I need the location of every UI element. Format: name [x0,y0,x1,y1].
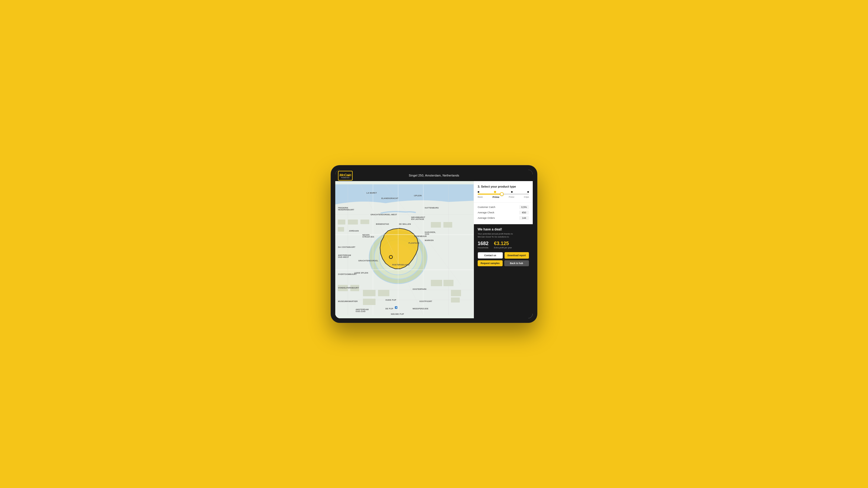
deal-description: Your potential annual profit thanks to M… [478,232,529,238]
map-label-amsterdam-oud-zuid: AMSTERDAMOUD-ZUID [355,308,369,312]
svg-text:M: M [396,306,397,308]
map-label-overtoombuurt: OVERTOOMBUURT [338,273,357,275]
svg-rect-28 [451,290,461,296]
svg-rect-24 [431,222,441,227]
svg-rect-31 [363,299,375,305]
map-label-nieuwmarkt: NIEUWMARKTEN LASTAGE [411,216,425,220]
svg-rect-19 [348,220,358,225]
metric-value-average-orders: 144 [519,216,529,220]
map-label-plantage: PLANTAGE [408,242,420,244]
map-label-vondelparkbuurt: VONDELPARKBUURT [338,287,359,289]
svg-rect-18 [338,220,345,225]
right-panel: 3. Select your product type [474,181,533,318]
deal-households-value: 1682 [478,241,489,246]
svg-rect-21 [338,227,344,232]
header-address: Singel 250, Amsterdam, Netherlands [409,174,459,177]
map-label-da-costabuurt: DA COSTABUURT [338,246,355,248]
slider-labels: Basic Prime Freez Crips [478,196,529,198]
map-label-oosterpark: OOSTERPARK [412,288,427,290]
map-label-grachtengordel-west: GRACHTENGORDEL-WEST [371,214,397,216]
metric-row-customer-catch: Customer Catch 0,5% [478,205,529,209]
map-label-oostpoort: OOSTPOORT [420,300,432,302]
slider-label-freez[interactable]: Freez [509,196,514,198]
map-label-binnenstad: BINNENSTAD [376,223,389,225]
map-label-de-wallen: DE WALLEN [399,223,411,225]
deal-section: We have a deal! Your potential annual pr… [474,224,533,318]
map-label-amsterdam-oud-west: AMSTERDAMOUD-WEST [338,254,351,258]
svg-rect-27 [443,280,454,286]
metric-label-average-check: Average Check [478,211,494,214]
buttons-row-1: Contact us Download report [478,252,529,259]
deal-profit-value: €3.125 [494,241,512,246]
metric-row-average-orders: Average Orders 144 [478,216,529,220]
map-label-museumkwartier: MUSEUMKWARTIER [338,300,358,302]
slider-dot-crips[interactable] [527,191,529,193]
metric-value-average-check: €50 [519,210,529,215]
svg-rect-25 [443,222,452,227]
deal-households-label: Households [478,247,489,249]
header-bar: ✦ McCain Foodservice Singel 250, Amsterd… [335,170,533,181]
slider-dot-freez[interactable] [511,191,513,193]
product-selector-title: 3. Select your product type [478,185,529,188]
slider-dot-prime[interactable] [494,191,496,193]
deal-numbers: 1682 Households €3.125 Extra profit per … [478,241,529,249]
back-to-hub-button[interactable]: Back to hub [504,260,529,266]
map-label-jordaan: JORDAAN [349,230,359,232]
svg-rect-32 [378,290,390,296]
map-label-frederik: FREDERIKHENDRIKBUURT [338,207,354,210]
slider-label-prime[interactable]: Prime [493,196,499,198]
deal-profit-label: Extra profit per year [494,247,512,249]
metric-label-customer-catch: Customer Catch [478,206,495,208]
map-label-jodenbuur: JODENBUUR [414,235,427,237]
slider-thumb[interactable] [500,192,504,196]
deal-households-block: 1682 Households [478,241,489,249]
slider-dot-basic[interactable] [478,191,479,193]
logo-sub-text: Foodservice [341,177,350,178]
product-selector: 3. Select your product type [474,181,533,202]
map-label-roeterseiland: ROETERSEILAND [392,264,410,266]
tablet-screen: ✦ McCain Foodservice Singel 250, Amsterd… [335,170,533,318]
svg-rect-30 [363,290,375,296]
contact-us-button[interactable]: Contact us [478,252,503,259]
logo-star-icon: ✦ [348,174,350,177]
tablet-device: ✦ McCain Foodservice Singel 250, Amsterd… [331,165,537,323]
metric-row-average-check: Average Check €50 [478,210,529,215]
map-label-marken: MARKEN [425,239,434,241]
map-label-kattenburg: KATTENBURG [425,207,439,209]
deal-title: We have a deal! [478,227,529,231]
product-slider[interactable]: Basic Prime Freez Crips [478,191,529,198]
map-label-elandsgracht: ELANDSGRACHT [381,197,398,199]
content-area: M M LA MARKT FREDERIKHENDRIKBUURT ELANDS… [335,181,533,318]
buttons-row-2: Request samples Back to hub [478,260,529,266]
metrics-area: Customer Catch 0,5% Average Check €50 Av… [474,202,533,224]
slider-dots [478,191,529,193]
map-label-nieuwe-pijp: NIEUWE PIJP [391,313,412,315]
map-label-la-markt: LA MARKT [367,192,377,194]
map-label-leidse: LEIDE SPLEIN [354,272,368,274]
map-label-negen: NEGENSTRAATJES [362,234,374,238]
map-label-de-pijp: DE PIJP [385,308,393,310]
deal-profit-block: €3.125 Extra profit per year [494,241,512,249]
map-area: M M LA MARKT FREDERIKHENDRIKBUURT ELANDS… [335,181,474,318]
mccain-logo: ✦ McCain Foodservice [338,171,352,181]
download-report-button[interactable]: Download report [504,252,529,259]
slider-fill [478,194,502,195]
metric-label-average-orders: Average Orders [478,217,495,219]
map-svg: M M [335,181,474,318]
map-label-ijplein: IJPLEIN [414,195,422,197]
map-label-oude-pijp: OUDE PIJP [385,299,396,301]
metric-value-customer-catch: 0,5% [519,205,529,209]
svg-rect-20 [361,220,369,224]
map-label-kadijken: KADIJKEN,OOS [425,231,436,235]
svg-rect-29 [451,297,460,302]
slider-track[interactable] [478,194,529,195]
map-label-grachtengordel: GRACHTENGORDEL [358,260,378,262]
request-samples-button[interactable]: Request samples [478,260,503,266]
slider-label-basic[interactable]: Basic [478,196,483,198]
location-pin [389,255,393,259]
svg-rect-26 [431,280,442,286]
map-label-weesperzijde: WEESPERZIJDE [412,308,428,310]
slider-label-crips[interactable]: Crips [524,196,529,198]
